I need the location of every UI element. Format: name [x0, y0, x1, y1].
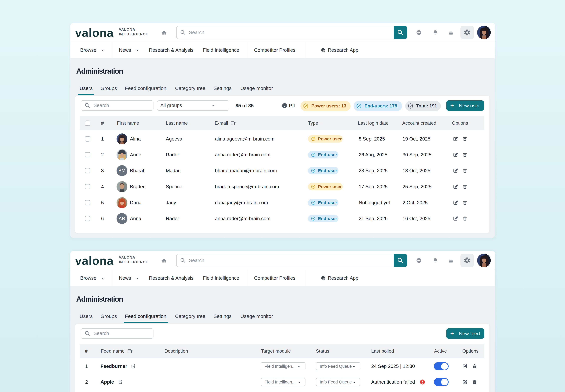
svg-text:?: ?	[283, 104, 285, 108]
